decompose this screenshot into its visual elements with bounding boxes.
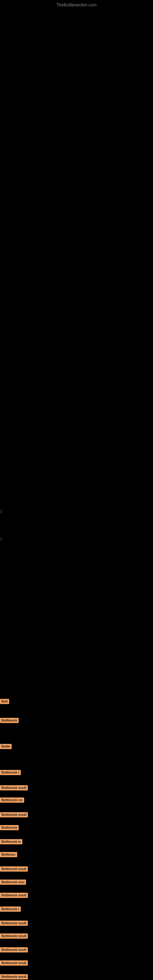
bottleneck-item-partial-2[interactable]: Bottleneck [0, 717, 19, 723]
bottleneck-item-partial-3[interactable]: Bottle [0, 743, 12, 749]
chart-area: | | Bott Bottleneck Bottle Bottleneck r … [0, 10, 153, 708]
bottleneck-item-9[interactable]: Bottleneck result [0, 920, 28, 926]
bottleneck-item-partial-4[interactable]: Bottleneck r [0, 769, 21, 775]
bottleneck-item-8[interactable]: Bottleneck result [0, 892, 28, 898]
bottleneck-item-6[interactable]: Bottleneck result [0, 811, 28, 818]
bottleneck-item-11[interactable]: Bottleneck result [0, 947, 28, 953]
bottleneck-item-10[interactable]: Bottleneck result [0, 933, 28, 939]
bottleneck-item-12[interactable]: Bottleneck result [0, 960, 28, 966]
bottleneck-item-partial-9[interactable]: Bottleneck resu [0, 879, 26, 885]
site-title: TheBottlenecker.com [0, 0, 153, 10]
cursor-1: | [1, 509, 2, 514]
bottleneck-item-partial-1[interactable]: Bott [0, 698, 9, 704]
bottleneck-item-partial-10[interactable]: Bottleneck r [0, 906, 21, 912]
cursor-2: | [1, 536, 2, 541]
bottleneck-item-13[interactable]: Bottleneck result [0, 974, 28, 979]
bottleneck-item-partial-8[interactable]: Bottlenec [0, 851, 17, 857]
bottleneck-item-partial-7[interactable]: Bottleneck re [0, 838, 22, 844]
bottleneck-item-partial-5[interactable]: Bottleneck res [0, 797, 24, 803]
bottleneck-item-5[interactable]: Bottleneck result [0, 784, 28, 791]
bottleneck-item-7[interactable]: Bottleneck result [0, 866, 28, 872]
bottleneck-item-partial-6[interactable]: Bottleneck [0, 824, 19, 830]
